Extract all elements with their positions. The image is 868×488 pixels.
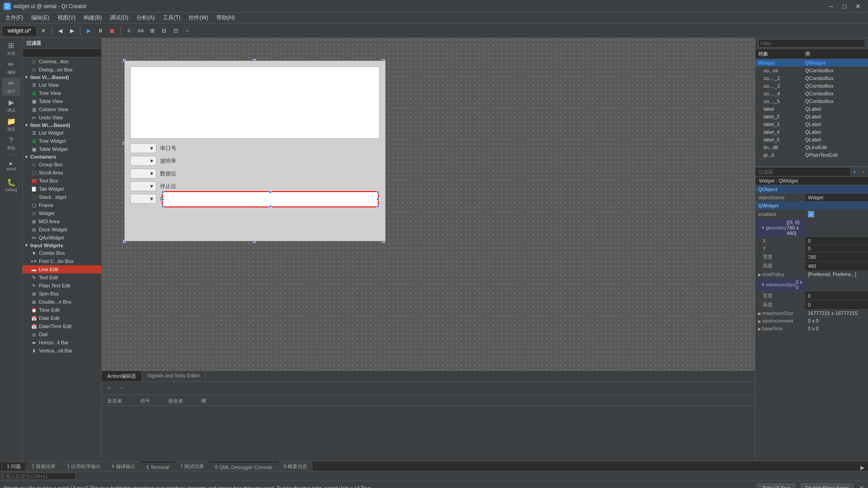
form-widget[interactable]: ▼ 串口号 ▼ 波特率 ▼ 数据位 xyxy=(124,61,386,241)
add-signal-button[interactable]: + xyxy=(104,383,114,394)
output-tab-compile[interactable]: 4 编译输出 xyxy=(107,462,141,471)
list-item[interactable]: 📅 Date Edit xyxy=(23,314,101,322)
output-tab-terminal[interactable]: 5 Terminal xyxy=(142,463,175,471)
category-item-widget-based[interactable]: ▼ Item Wi...-Based) xyxy=(23,122,101,129)
property-section-minimumsize[interactable]: ▼ minimumSize 0 x 0 xyxy=(755,278,868,292)
list-item[interactable]: ▦ Table Widget xyxy=(23,145,101,153)
property-row-sizepolicy[interactable]: ▶sizePolicy [Preferred, Preferre...] xyxy=(755,271,868,278)
activity-projects[interactable]: 📁 项目 xyxy=(2,116,20,134)
list-item[interactable]: ⬚ Scroll Area xyxy=(23,169,101,177)
field-handle-tm[interactable] xyxy=(269,191,272,193)
tab-signals-slots-editor[interactable]: Signals and Slots Editor xyxy=(142,371,206,381)
close-button[interactable]: ✕ xyxy=(852,0,864,13)
run-button[interactable]: ▶ xyxy=(83,25,94,36)
menu-edit[interactable]: 编辑(E) xyxy=(28,13,53,23)
table-view-item[interactable]: ▦ Table View xyxy=(23,97,101,105)
property-section-geometry[interactable]: ▼ geometry [(0, 0), 780 x 480] xyxy=(755,219,868,238)
property-row-height[interactable]: 高度 480 xyxy=(755,262,868,271)
plain-text-edit-item[interactable]: ✎ Plain Text Edit xyxy=(23,282,101,290)
field-handle-ml[interactable] xyxy=(161,198,164,201)
output-tab-summary[interactable]: 9 概要信息 xyxy=(278,462,312,471)
forward-button[interactable]: ▶ xyxy=(66,25,77,36)
remove-signal-button[interactable]: - xyxy=(116,383,127,394)
field-handle-mr[interactable] xyxy=(377,198,379,201)
property-row-min-height[interactable]: 高度 0 xyxy=(755,300,868,310)
design-canvas[interactable]: ▼ 串口号 ▼ 波特率 ▼ 数据位 xyxy=(102,38,755,371)
menu-controls[interactable]: 控件(W) xyxy=(185,13,212,23)
output-tab-test[interactable]: 7 测试结果 xyxy=(175,462,209,471)
combo-baud[interactable]: ▼ xyxy=(130,156,156,166)
prop-value-x[interactable]: 0 xyxy=(805,237,868,245)
menu-file[interactable]: 文件(F) xyxy=(2,13,27,23)
layout-btn-4[interactable]: ⊟ xyxy=(159,25,170,36)
menu-build[interactable]: 构建(B) xyxy=(80,13,105,23)
activity-serial[interactable]: ▶ serial xyxy=(2,157,20,175)
object-row[interactable]: lin...dit QLineEdit xyxy=(755,144,868,151)
object-row[interactable]: label_2 QLabel xyxy=(755,113,868,121)
property-row-y[interactable]: Y 0 xyxy=(755,245,868,253)
minimize-button[interactable]: ─ xyxy=(825,0,837,13)
list-item[interactable]: 🌲 Tree Widget xyxy=(23,137,101,145)
activity-help[interactable]: ? 帮助 xyxy=(2,135,20,153)
layout-btn-1[interactable]: ≡ xyxy=(123,25,134,36)
take-tour-button[interactable]: Take UI Tour xyxy=(757,483,795,488)
list-item[interactable]: ⊞ Spin Box xyxy=(23,290,101,298)
category-input-widgets[interactable]: ▼ Input Widgets xyxy=(23,242,101,249)
list-item[interactable]: ☰ List Widget xyxy=(23,129,101,137)
menu-analyze[interactable]: 分析(A) xyxy=(133,13,158,23)
menu-help[interactable]: 帮助(H) xyxy=(213,13,239,23)
plain-text-edit-widget[interactable] xyxy=(130,66,380,139)
list-item[interactable]: 📅 Date/Time Edit xyxy=(23,322,101,330)
list-item[interactable]: ⊞ Double...n Box xyxy=(23,298,101,306)
object-row-widget[interactable]: Widget QWidget xyxy=(755,59,868,67)
group-box-item[interactable]: □ Group Box xyxy=(23,160,101,169)
text-edit-item[interactable]: ✎ Text Edit xyxy=(23,273,101,282)
layout-btn-3[interactable]: ⊞ xyxy=(147,25,158,36)
property-row-x[interactable]: X 0 xyxy=(755,237,868,245)
tab-close-button[interactable]: ✕ xyxy=(38,25,49,36)
list-item[interactable]: ▼ Combo Box xyxy=(23,249,101,257)
enabled-checkbox[interactable]: ✓ xyxy=(808,211,814,217)
property-row-maximumsize[interactable]: ▶maximumSize 16777215 x 16777215 xyxy=(755,310,868,317)
list-item[interactable]: A▼ Font C...bo Box xyxy=(23,257,101,265)
list-item[interactable]: ⊟ Dock Widget xyxy=(23,225,101,234)
do-not-show-button[interactable]: Do Not Show Again xyxy=(801,483,854,488)
prop-value-min-height[interactable]: 0 xyxy=(805,300,868,310)
combo-stop[interactable]: ▼ xyxy=(130,181,156,191)
property-add-button[interactable]: + xyxy=(850,167,859,176)
list-item[interactable]: ▥ Column View xyxy=(23,105,101,113)
field-handle-bm[interactable] xyxy=(269,205,272,208)
object-row[interactable]: co...._2 QComboBox xyxy=(755,75,868,82)
pause-button[interactable]: ⏸ xyxy=(95,25,106,36)
field-handle-br[interactable] xyxy=(377,205,379,208)
output-tab-problems[interactable]: 1 问题 xyxy=(2,462,26,471)
list-item[interactable]: ◎ Dial xyxy=(23,330,101,338)
prop-value-width[interactable]: 780 xyxy=(805,253,868,262)
prop-value-enabled[interactable]: ✓ xyxy=(805,210,868,219)
list-item[interactable]: ☰ List View xyxy=(23,81,101,89)
back-button[interactable]: ◀ xyxy=(55,25,66,36)
tab-action-editor[interactable]: Action编辑器 xyxy=(102,371,142,381)
object-row[interactable]: label QLabel xyxy=(755,105,868,113)
property-row-sizeincrement[interactable]: ▶sizeIncrement 0 x 0 xyxy=(755,317,868,325)
layout-btn-2[interactable]: ≡≡ xyxy=(135,25,146,36)
menu-debug[interactable]: 调试(D) xyxy=(106,13,132,23)
notification-close-button[interactable]: ✕ xyxy=(859,484,864,488)
category-item-view-based[interactable]: ▼ Item Vi...-Based) xyxy=(23,74,101,81)
layout-btn-5[interactable]: ⊡ xyxy=(170,25,181,36)
property-scroll-area[interactable]: QObject objectName Widget QWidget enable… xyxy=(755,185,868,461)
combo-data[interactable]: ▼ xyxy=(130,169,156,178)
maximize-button[interactable]: □ xyxy=(838,0,851,13)
category-containers[interactable]: ▼ Containers xyxy=(23,153,101,160)
property-row-width[interactable]: 宽度 780 xyxy=(755,253,868,262)
list-item[interactable]: □ Widget xyxy=(23,209,101,217)
prop-value-y[interactable]: 0 xyxy=(805,245,868,253)
list-item[interactable]: ⬛ Stack...idget xyxy=(23,193,101,201)
output-tab-qml-debug[interactable]: 8 QML Debugger Console xyxy=(210,463,277,471)
combo-serial[interactable]: ▼ xyxy=(130,143,156,153)
widget-filter-input[interactable] xyxy=(23,49,101,57)
list-item[interactable]: AX QAxWidget xyxy=(23,234,101,242)
menu-tools[interactable]: 工具(T) xyxy=(159,13,184,23)
list-item[interactable]: 🌲 Tree View xyxy=(23,89,101,97)
output-tab-search[interactable]: 2 搜索结果 xyxy=(27,462,61,471)
